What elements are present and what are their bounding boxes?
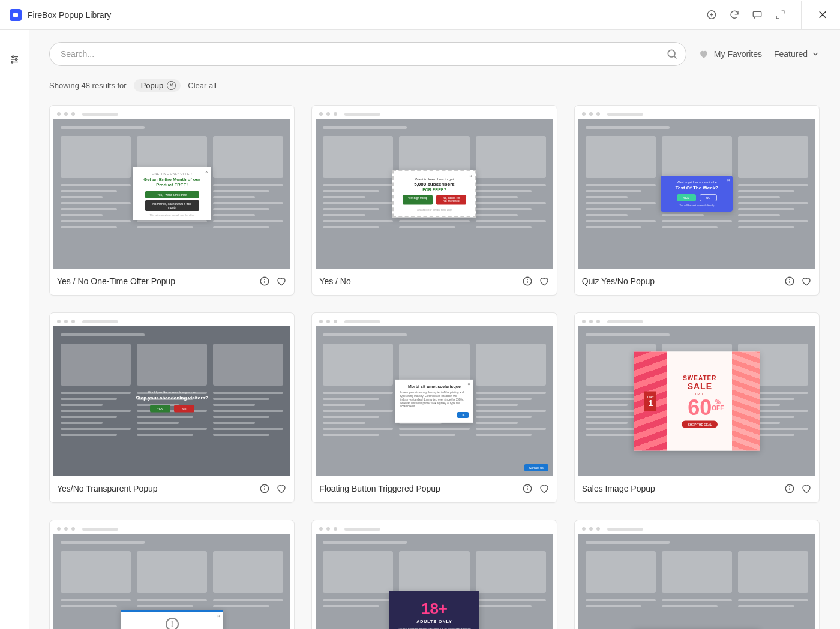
- sort-label: Featured: [774, 49, 808, 59]
- controls-row: My Favorites Featured: [49, 42, 820, 66]
- popup-mock: 18+ ADULTS ONLY Please confirm that you'…: [389, 591, 479, 629]
- info-icon[interactable]: [522, 483, 533, 494]
- popup-mock: × Want to learn how to get 5,000 subscri…: [392, 170, 476, 218]
- floating-button: Contact us: [524, 464, 548, 471]
- card-preview: × Want to get free access to the Test Of…: [575, 106, 819, 269]
- card-preview: 18+ ADULTS ONLY Please confirm that you'…: [312, 520, 556, 629]
- clear-all-link[interactable]: Clear all: [188, 81, 217, 90]
- svg-point-19: [527, 279, 527, 280]
- close-icon[interactable]: [817, 10, 828, 20]
- results-row: Showing 48 results for Popup ✕ Clear all: [49, 79, 820, 92]
- app-title: FireBox Popup Library: [28, 10, 111, 20]
- filter-chip-label: Popup: [141, 81, 164, 90]
- svg-point-11: [11, 61, 13, 63]
- template-card[interactable]: × Want to get free access to the Test Of…: [574, 105, 820, 296]
- svg-rect-3: [753, 11, 761, 17]
- card-preview: × Morbi sit amet scelerisque Lorem ipsum…: [312, 313, 556, 476]
- card-preview: Would you like to learn how you can Stop…: [50, 313, 294, 476]
- search-input[interactable]: [49, 42, 686, 66]
- search-wrap: [49, 42, 686, 66]
- card-preview: × Want to learn how to get 5,000 subscri…: [312, 106, 556, 269]
- template-card[interactable]: 18+ ADULTS ONLY Please confirm that you'…: [311, 520, 557, 629]
- template-card[interactable]: DAY1 SWEATER SALE UP TO 60% OFF SHOP THE…: [574, 312, 820, 503]
- refresh-icon[interactable]: [729, 10, 740, 20]
- search-icon[interactable]: [666, 48, 678, 60]
- heart-icon[interactable]: [801, 276, 812, 287]
- card-preview: DAY1 SWEATER SALE UP TO 60% OFF SHOP THE…: [575, 313, 819, 476]
- template-card[interactable]: × ! Adults Only (21+) This website conta…: [49, 520, 295, 629]
- heart-icon[interactable]: [539, 483, 550, 494]
- popup-mock: × ! Adults Only (21+) This website conta…: [121, 610, 223, 630]
- info-icon[interactable]: [259, 276, 270, 287]
- main: My Favorites Featured Showing 48 results…: [29, 30, 840, 629]
- template-card[interactable]: 😂 Beautiful Nature The Best Relax Music …: [574, 520, 820, 629]
- card-title: Sales Image Popup: [582, 484, 655, 493]
- topbar-divider: [801, 1, 802, 29]
- template-card[interactable]: × ONE-TIME ONLY OFFER Get an Entire Mont…: [49, 105, 295, 296]
- template-card[interactable]: × Want to learn how to get 5,000 subscri…: [311, 105, 557, 296]
- card-preview: 😂 Beautiful Nature The Best Relax Music: [575, 520, 819, 629]
- svg-point-22: [790, 279, 790, 280]
- filter-chip[interactable]: Popup ✕: [134, 79, 181, 92]
- sort-dropdown[interactable]: Featured: [774, 49, 820, 59]
- template-card[interactable]: Would you like to learn how you can Stop…: [49, 312, 295, 503]
- remove-chip-icon[interactable]: ✕: [167, 81, 176, 90]
- svg-point-7: [12, 56, 14, 58]
- popup-mock: × ONE-TIME ONLY OFFER Get an Entire Mont…: [133, 167, 211, 220]
- popup-mock: Would you like to learn how you can Stop…: [124, 390, 220, 413]
- topbar: FireBox Popup Library: [0, 0, 840, 30]
- results-text: Showing 48 results for: [49, 81, 127, 90]
- heart-icon[interactable]: [276, 276, 287, 287]
- expand-icon[interactable]: [775, 10, 785, 20]
- popup-mock: × Morbi sit amet scelerisque Lorem ipsum…: [395, 380, 473, 423]
- filters-icon[interactable]: [9, 54, 20, 65]
- my-favorites-link[interactable]: My Favorites: [698, 49, 762, 59]
- topbar-left: FireBox Popup Library: [10, 9, 111, 21]
- svg-point-28: [527, 487, 527, 487]
- card-title: Quiz Yes/No Popup: [582, 276, 655, 286]
- info-icon[interactable]: [259, 483, 270, 494]
- chat-icon[interactable]: [752, 10, 763, 20]
- browser-chrome: [53, 109, 290, 119]
- card-preview: × ONE-TIME ONLY OFFER Get an Entire Mont…: [50, 106, 294, 269]
- template-card[interactable]: × Morbi sit amet scelerisque Lorem ipsum…: [311, 312, 557, 503]
- card-title: Floating Button Triggered Popup: [319, 484, 440, 493]
- chevron-down-icon: [811, 50, 820, 58]
- card-title: Yes / No One-Time Offer Popup: [57, 276, 175, 286]
- add-icon[interactable]: [706, 10, 717, 20]
- card-title: Yes / No: [319, 276, 350, 286]
- heart-icon[interactable]: [801, 483, 812, 494]
- svg-point-9: [16, 59, 17, 61]
- sidebar: [0, 30, 29, 629]
- card-preview: × ! Adults Only (21+) This website conta…: [50, 520, 294, 629]
- info-icon[interactable]: [784, 483, 795, 494]
- info-icon[interactable]: [522, 276, 533, 287]
- popup-mock: × Want to get free access to the Test Of…: [661, 176, 733, 212]
- topbar-right: [706, 1, 828, 29]
- svg-point-16: [265, 279, 265, 280]
- heart-icon: [698, 49, 709, 59]
- template-grid: × ONE-TIME ONLY OFFER Get an Entire Mont…: [49, 105, 820, 629]
- app-logo: [10, 9, 22, 21]
- my-favorites-label: My Favorites: [714, 49, 762, 59]
- info-icon[interactable]: [784, 276, 795, 287]
- heart-icon[interactable]: [276, 483, 287, 494]
- heart-icon[interactable]: [539, 276, 550, 287]
- popup-mock: DAY1 SWEATER SALE UP TO 60% OFF SHOP THE…: [634, 352, 760, 451]
- layout: My Favorites Featured Showing 48 results…: [0, 30, 840, 629]
- svg-point-12: [668, 50, 675, 57]
- svg-point-25: [265, 487, 265, 487]
- svg-line-13: [674, 56, 677, 59]
- card-title: Yes/No Transparent Popup: [57, 484, 158, 493]
- svg-point-31: [790, 487, 790, 487]
